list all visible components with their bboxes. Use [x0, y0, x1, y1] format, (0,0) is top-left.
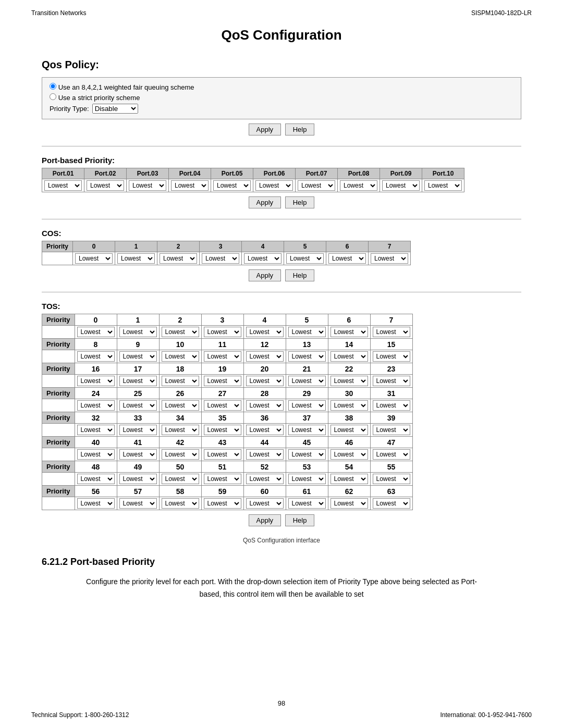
tos-select-4-3[interactable]: LowestLowMiddleHigh — [204, 425, 241, 435]
qos-policy-help-button[interactable]: Help — [285, 124, 315, 135]
tos-select-7-1[interactable]: LowestLowMiddleHigh — [119, 498, 157, 509]
tos-select-2-0[interactable]: LowestLowMiddleHigh — [77, 376, 115, 386]
cos-priority-select-6[interactable]: LowestLowMiddleHigh — [328, 253, 366, 264]
tos-select-0-0[interactable]: LowestLowMiddleHigh — [77, 327, 115, 337]
tos-select-6-1[interactable]: LowestLowMiddleHigh — [119, 474, 157, 484]
tos-select-4-4[interactable]: LowestLowMiddleHigh — [246, 425, 284, 435]
cos-priority-select-2[interactable]: LowestLowMiddleHigh — [160, 253, 197, 264]
tos-select-2-1[interactable]: LowestLowMiddleHigh — [119, 376, 157, 386]
tos-select-6-6[interactable]: LowestLowMiddleHigh — [331, 474, 368, 484]
tos-select-1-3[interactable]: LowestLowMiddleHigh — [204, 351, 241, 362]
tos-select-1-7[interactable]: LowestLowMiddleHigh — [373, 351, 410, 362]
tos-select-0-2[interactable]: LowestLowMiddleHigh — [162, 327, 199, 337]
tos-select-3-0[interactable]: LowestLowMiddleHigh — [77, 400, 115, 411]
port-priority-select-4[interactable]: LowestLowMiddleHigh — [171, 180, 209, 191]
tos-select-0-3[interactable]: LowestLowMiddleHigh — [204, 327, 241, 337]
port-priority-select-6[interactable]: LowestLowMiddleHigh — [255, 180, 293, 191]
tos-select-6-0[interactable]: LowestLowMiddleHigh — [77, 474, 115, 484]
port-priority-apply-button[interactable]: Apply — [249, 196, 282, 208]
port-priority-help-button[interactable]: Help — [285, 196, 315, 208]
tos-select-6-5[interactable]: LowestLowMiddleHigh — [288, 474, 326, 484]
tos-select-3-1[interactable]: LowestLowMiddleHigh — [119, 400, 157, 411]
tos-select-1-6[interactable]: LowestLowMiddleHigh — [331, 351, 368, 362]
cos-apply-button[interactable]: Apply — [249, 269, 282, 281]
tos-select-4-2[interactable]: LowestLowMiddleHigh — [162, 425, 199, 435]
cos-help-button[interactable]: Help — [285, 269, 315, 281]
tos-select-4-7[interactable]: LowestLowMiddleHigh — [373, 425, 410, 435]
port-priority-select-7[interactable]: LowestLowMiddleHigh — [298, 180, 335, 191]
cos-priority-select-1[interactable]: LowestLowMiddleHigh — [117, 253, 155, 264]
cos-priority-select-0[interactable]: LowestLowMiddleHigh — [75, 253, 113, 264]
cos-header-cell: 0 — [73, 241, 115, 252]
tos-select-6-2[interactable]: LowestLowMiddleHigh — [162, 474, 199, 484]
cos-priority-select-3[interactable]: LowestLowMiddleHigh — [202, 253, 239, 264]
tos-select-2-2[interactable]: LowestLowMiddleHigh — [162, 376, 199, 386]
tos-select-2-3[interactable]: LowestLowMiddleHigh — [204, 376, 241, 386]
cos-priority-select-5[interactable]: LowestLowMiddleHigh — [286, 253, 324, 264]
tos-select-2-6[interactable]: LowestLowMiddleHigh — [331, 376, 368, 386]
cos-priority-select-4[interactable]: LowestLowMiddleHigh — [244, 253, 282, 264]
tos-select-4-0[interactable]: LowestLowMiddleHigh — [77, 425, 115, 435]
tos-select-5-1[interactable]: LowestLowMiddleHigh — [119, 449, 157, 460]
tos-select-7-3[interactable]: LowestLowMiddleHigh — [204, 498, 241, 509]
port-priority-select-8[interactable]: LowestLowMiddleHigh — [340, 180, 377, 191]
tos-value-cell: LowestLowMiddleHigh — [75, 448, 117, 461]
tos-select-4-5[interactable]: LowestLowMiddleHigh — [288, 425, 326, 435]
tos-select-4-6[interactable]: LowestLowMiddleHigh — [331, 425, 368, 435]
tos-select-7-2[interactable]: LowestLowMiddleHigh — [162, 498, 199, 509]
tos-help-button[interactable]: Help — [285, 514, 315, 526]
port-priority-select-3[interactable]: LowestLowMiddleHigh — [129, 180, 166, 191]
tos-select-0-4[interactable]: LowestLowMiddleHigh — [246, 327, 284, 337]
tos-select-1-1[interactable]: LowestLowMiddleHigh — [119, 351, 157, 362]
tos-select-2-5[interactable]: LowestLowMiddleHigh — [288, 376, 326, 386]
tos-select-0-7[interactable]: LowestLowMiddleHigh — [373, 327, 410, 337]
tos-number-cell: 48 — [75, 461, 117, 473]
tos-select-2-4[interactable]: LowestLowMiddleHigh — [246, 376, 284, 386]
cos-priority-select-7[interactable]: LowestLowMiddleHigh — [371, 253, 408, 264]
tos-select-3-5[interactable]: LowestLowMiddleHigh — [288, 400, 326, 411]
tos-select-1-5[interactable]: LowestLowMiddleHigh — [288, 351, 326, 362]
tos-priority-label: Priority — [42, 461, 75, 473]
tos-select-0-1[interactable]: LowestLowMiddleHigh — [119, 327, 157, 337]
tos-select-6-7[interactable]: LowestLowMiddleHigh — [373, 474, 410, 484]
port-priority-select-10[interactable]: LowestLowMiddleHigh — [424, 180, 462, 191]
port-priority-select-9[interactable]: LowestLowMiddleHigh — [382, 180, 420, 191]
tos-select-3-4[interactable]: LowestLowMiddleHigh — [246, 400, 284, 411]
tos-select-5-5[interactable]: LowestLowMiddleHigh — [288, 449, 326, 460]
tos-select-3-7[interactable]: LowestLowMiddleHigh — [373, 400, 410, 411]
tos-select-5-4[interactable]: LowestLowMiddleHigh — [246, 449, 284, 460]
radio-weighted-input[interactable] — [50, 83, 56, 90]
tos-select-5-2[interactable]: LowestLowMiddleHigh — [162, 449, 199, 460]
priority-type-select[interactable]: Disable Port-based COS TOS — [92, 104, 138, 114]
tos-select-5-0[interactable]: LowestLowMiddleHigh — [77, 449, 115, 460]
tos-value-cell: LowestLowMiddleHigh — [243, 448, 286, 461]
tos-select-4-1[interactable]: LowestLowMiddleHigh — [119, 425, 157, 435]
port-priority-select-5[interactable]: LowestLowMiddleHigh — [213, 180, 251, 191]
tos-select-7-5[interactable]: LowestLowMiddleHigh — [288, 498, 326, 509]
tos-select-0-5[interactable]: LowestLowMiddleHigh — [288, 327, 326, 337]
tos-select-6-3[interactable]: LowestLowMiddleHigh — [204, 474, 241, 484]
tos-select-6-4[interactable]: LowestLowMiddleHigh — [246, 474, 284, 484]
tos-apply-button[interactable]: Apply — [249, 514, 282, 526]
tos-select-3-6[interactable]: LowestLowMiddleHigh — [331, 400, 368, 411]
tos-select-5-7[interactable]: LowestLowMiddleHigh — [373, 449, 410, 460]
tos-select-7-4[interactable]: LowestLowMiddleHigh — [246, 498, 284, 509]
tos-select-1-2[interactable]: LowestLowMiddleHigh — [162, 351, 199, 362]
tos-select-2-7[interactable]: LowestLowMiddleHigh — [373, 376, 410, 386]
tos-select-1-0[interactable]: LowestLowMiddleHigh — [77, 351, 115, 362]
tos-select-7-6[interactable]: LowestLowMiddleHigh — [331, 498, 368, 509]
tos-select-7-7[interactable]: LowestLowMiddleHigh — [373, 498, 410, 509]
radio-strict-input[interactable] — [50, 93, 56, 100]
tos-select-3-3[interactable]: LowestLowMiddleHigh — [204, 400, 241, 411]
tos-select-5-3[interactable]: LowestLowMiddleHigh — [204, 449, 241, 460]
tos-number-cell: 12 — [243, 339, 286, 350]
tos-select-5-6[interactable]: LowestLowMiddleHigh — [331, 449, 368, 460]
tos-select-0-6[interactable]: LowestLowMiddleHigh — [331, 327, 368, 337]
port-priority-select-1[interactable]: LowestLowMiddleHigh — [44, 180, 82, 191]
qos-policy-apply-button[interactable]: Apply — [249, 124, 282, 135]
tos-select-7-0[interactable]: LowestLowMiddleHigh — [77, 498, 115, 509]
tos-value-cell: LowestLowMiddleHigh — [286, 497, 328, 510]
tos-select-1-4[interactable]: LowestLowMiddleHigh — [246, 351, 284, 362]
port-priority-select-2[interactable]: LowestLowMiddleHigh — [87, 180, 124, 191]
tos-select-3-2[interactable]: LowestLowMiddleHigh — [162, 400, 199, 411]
